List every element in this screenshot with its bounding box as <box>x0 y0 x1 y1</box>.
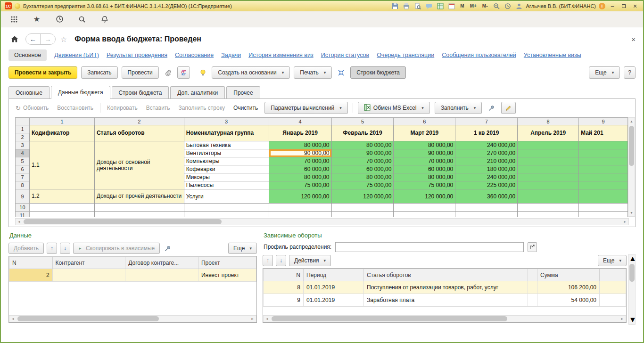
grid-col-number[interactable]: 3 <box>184 118 269 125</box>
add-row-button[interactable]: Добавить <box>8 243 44 254</box>
grid-cell-value[interactable]: 75 000,00 <box>269 181 331 189</box>
cell-sum[interactable]: 106 200,00 <box>537 281 600 294</box>
memory-add-button[interactable]: M+ <box>469 3 478 8</box>
notifications-bell-icon[interactable] <box>100 15 109 24</box>
close-window-button[interactable] <box>631 2 639 10</box>
column-header-n[interactable]: N <box>264 269 304 281</box>
copy-to-dependent-button[interactable]: Скопировать в зависимые <box>73 243 160 254</box>
grid-cell-value[interactable]: 80 000,00 <box>394 173 455 181</box>
grid-cell-value[interactable]: 70 000,00 <box>394 157 455 165</box>
grid-cell[interactable] <box>455 204 518 212</box>
scroll-track[interactable] <box>23 219 621 225</box>
navlink-user-messages[interactable]: Сообщения пользователей <box>442 52 516 58</box>
grid-cell-value[interactable] <box>579 149 628 157</box>
grid-header-may[interactable]: Май 201 <box>579 125 628 141</box>
navlink-movements[interactable]: Движения (БИТ) <box>54 52 99 58</box>
budget-rows-button[interactable]: Строки бюджета <box>350 66 406 79</box>
scroll-left-arrow[interactable] <box>264 316 271 322</box>
grid-cell-value[interactable]: 90 000,00 <box>394 149 455 157</box>
scroll-track[interactable] <box>17 316 249 322</box>
grid-cell-value[interactable] <box>579 165 628 173</box>
grid-cell-value[interactable] <box>518 141 579 149</box>
column-header-sum[interactable]: Сумма <box>537 269 600 281</box>
grid-cell-value[interactable]: 80 000,00 <box>394 141 455 149</box>
grid-cell-value[interactable] <box>579 157 628 165</box>
cell-tail[interactable] <box>600 281 626 294</box>
grid-cell-value[interactable]: 70 000,00 <box>331 157 394 165</box>
grid-cell[interactable] <box>29 204 94 212</box>
grid-cell[interactable] <box>94 212 184 217</box>
grid-row-number[interactable]: 1 <box>16 125 30 133</box>
grid-header-march[interactable]: Март 2019 <box>394 125 455 141</box>
help-button[interactable]: ? <box>624 66 636 79</box>
grid-cell-nomenclature[interactable]: Вентиляторы <box>184 149 269 157</box>
grid-cell-value[interactable]: 120 000,00 <box>394 189 455 204</box>
grid-cell-article[interactable]: Доходы от прочей деятельности <box>94 189 184 204</box>
grid-header-article[interactable]: Статья оборотов <box>94 125 184 141</box>
cell-period[interactable]: 01.01.2019 <box>304 281 364 294</box>
grid-cell[interactable] <box>518 212 579 217</box>
user-icon[interactable] <box>515 2 523 10</box>
grid-cell-value[interactable]: 270 000,00 <box>455 149 518 157</box>
grid-col-number[interactable]: 7 <box>455 118 518 125</box>
table-row[interactable]: 9 01.01.2019 Заработная плата 54 000,00 <box>264 294 626 307</box>
grid-cell-value[interactable]: 225 000,00 <box>455 181 518 189</box>
grid-row-number[interactable]: 10 <box>16 204 30 212</box>
column-header-counterparty[interactable]: Контрагент <box>52 257 125 269</box>
cell-article[interactable]: Поступления от реализации товаров, работ… <box>364 281 528 294</box>
hint-lightbulb-icon[interactable] <box>198 66 208 79</box>
grid-col-number[interactable]: 2 <box>94 118 184 125</box>
grid-row-number[interactable]: 5 <box>16 157 30 165</box>
grid-cell-article[interactable]: Доходы от основной деятельности <box>94 141 184 189</box>
ms-excel-button[interactable]: Обмен MS Excel <box>358 102 430 114</box>
profile-open-button[interactable] <box>528 242 537 252</box>
scroll-thumb[interactable] <box>272 316 507 321</box>
maximize-button[interactable] <box>619 2 628 10</box>
back-button[interactable] <box>26 34 41 44</box>
profile-input[interactable] <box>335 242 524 252</box>
scroll-right-arrow[interactable] <box>249 316 256 322</box>
grid-cell[interactable] <box>269 212 331 217</box>
grid-col-number[interactable]: 4 <box>269 118 331 125</box>
scroll-left-arrow[interactable] <box>16 219 23 225</box>
favorites-icon[interactable] <box>32 15 41 24</box>
save-icon[interactable] <box>391 2 399 10</box>
grid-cell-nomenclature[interactable]: Услуги <box>184 189 269 204</box>
tab-budget-rows[interactable]: Строки бюджета <box>112 86 169 98</box>
search-icon[interactable] <box>77 15 87 24</box>
grid-col-number[interactable]: 6 <box>394 118 455 125</box>
navlink-translation-queue[interactable]: Очередь трансляции <box>377 52 434 58</box>
grid-cell-value[interactable] <box>518 173 579 181</box>
navlink-main[interactable]: Основное <box>8 49 47 61</box>
copy-button[interactable]: Копировать <box>105 102 140 114</box>
cell-counterparty[interactable] <box>52 269 125 282</box>
grid-row-number[interactable]: 11 <box>16 212 30 217</box>
print-icon[interactable] <box>402 2 411 10</box>
pin-icon[interactable] <box>487 102 496 114</box>
tab-budget-data[interactable]: Данные бюджета <box>51 86 110 99</box>
memory-recall-button[interactable]: M <box>459 3 465 8</box>
cell-contract[interactable] <box>125 269 198 282</box>
grid-row-number[interactable]: 3 <box>16 141 30 149</box>
grid-cell-value[interactable]: 70 000,00 <box>269 157 331 165</box>
grid-cell[interactable] <box>94 204 184 212</box>
column-header-project[interactable]: Проект <box>198 257 256 269</box>
forward-button[interactable] <box>41 34 55 44</box>
grid-cell[interactable] <box>29 212 94 217</box>
paste-button[interactable]: Вставить <box>144 102 172 114</box>
dtkt-movements-button[interactable]: ДтКт <box>177 66 190 79</box>
write-button[interactable]: Записать <box>81 66 117 79</box>
memory-subtract-button[interactable]: M- <box>481 3 489 8</box>
navlink-visa-history[interactable]: История изменения виз <box>248 52 314 58</box>
navlink-approval[interactable]: Согласование <box>175 52 214 58</box>
grid-corner[interactable] <box>16 118 30 125</box>
grid-row-number[interactable]: 9 <box>16 189 30 204</box>
grid-cell-value[interactable]: 80 000,00 <box>269 173 331 181</box>
clear-button[interactable]: Очистить <box>231 102 260 114</box>
column-header-article[interactable]: Статья оборотов <box>364 269 528 281</box>
grid-cell[interactable] <box>579 204 628 212</box>
restore-button[interactable]: Восстановить <box>55 102 95 114</box>
grid-cell-value[interactable]: 80 000,00 <box>331 173 394 181</box>
grid-col-number[interactable]: 5 <box>331 118 394 125</box>
grid-cell-value[interactable] <box>518 189 579 204</box>
